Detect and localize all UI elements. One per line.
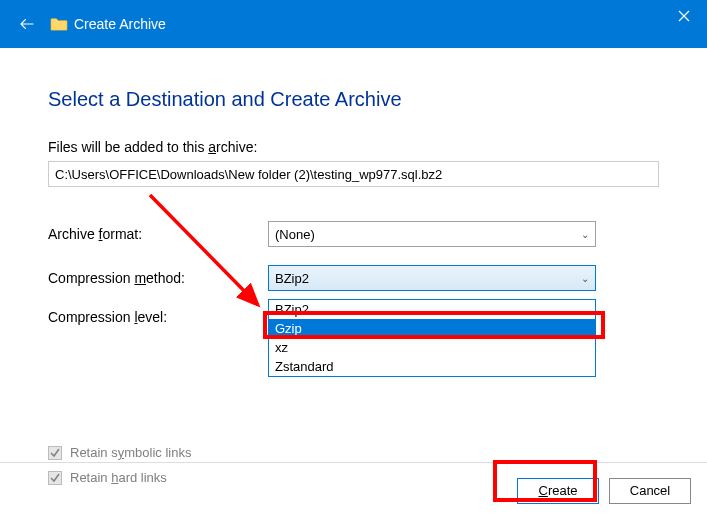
- titlebar: Create Archive: [0, 0, 707, 48]
- chevron-down-icon: ⌄: [581, 229, 589, 240]
- archive-format-label: Archive format:: [48, 226, 268, 242]
- compression-level-label: Compression level:: [48, 309, 268, 325]
- close-button[interactable]: [661, 0, 707, 32]
- archive-format-row: Archive format: (None) ⌄: [48, 221, 659, 247]
- footer: Create Cancel: [0, 462, 707, 518]
- create-button[interactable]: Create: [517, 478, 599, 504]
- archive-path-input[interactable]: [48, 161, 659, 187]
- retain-symbolic-links-row: Retain symbolic links: [48, 445, 659, 460]
- compression-method-row: Compression method: BZip2 ⌄: [48, 265, 659, 291]
- option-xz[interactable]: xz: [269, 338, 595, 357]
- compression-method-options: BZip2 Gzip xz Zstandard: [268, 299, 596, 377]
- option-gzip[interactable]: Gzip: [269, 319, 595, 338]
- check-icon: [50, 448, 60, 458]
- retain-symbolic-links-label: Retain symbolic links: [70, 445, 191, 460]
- close-icon: [678, 10, 690, 22]
- compression-method-label: Compression method:: [48, 270, 268, 286]
- arrow-left-icon: [18, 15, 36, 33]
- archive-format-dropdown[interactable]: (None) ⌄: [268, 221, 596, 247]
- retain-symbolic-links-checkbox[interactable]: [48, 446, 62, 460]
- archive-path-label: Files will be added to this archive:: [48, 139, 659, 155]
- compression-method-dropdown[interactable]: BZip2 ⌄: [268, 265, 596, 291]
- content-area: Select a Destination and Create Archive …: [0, 48, 707, 485]
- window-title: Create Archive: [74, 16, 166, 32]
- option-zstandard[interactable]: Zstandard: [269, 357, 595, 376]
- cancel-button[interactable]: Cancel: [609, 478, 691, 504]
- option-bzip2[interactable]: BZip2: [269, 300, 595, 319]
- folder-icon: [50, 16, 68, 32]
- page-heading: Select a Destination and Create Archive: [48, 88, 659, 111]
- chevron-down-icon: ⌄: [581, 273, 589, 284]
- back-button[interactable]: [16, 13, 38, 35]
